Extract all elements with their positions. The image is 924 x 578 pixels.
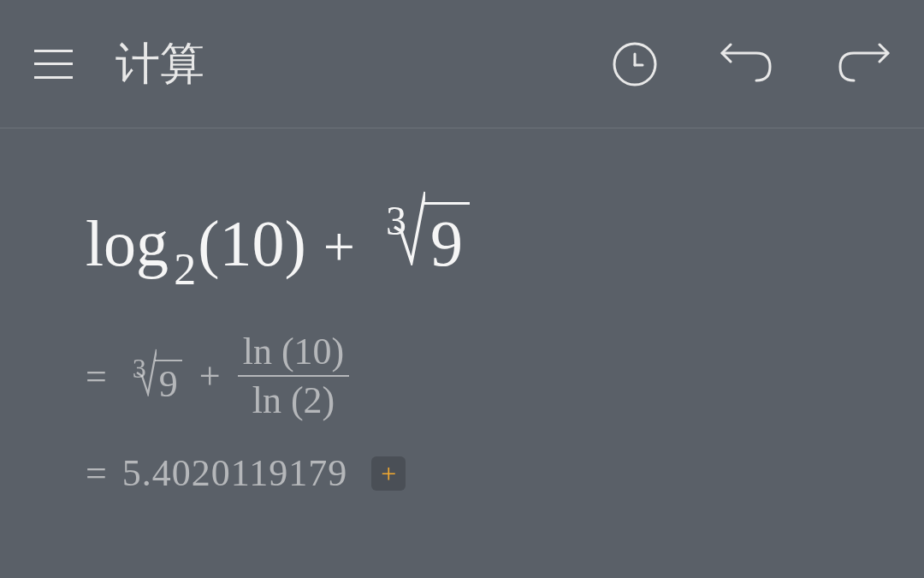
radicand: 9	[424, 202, 470, 281]
log-label: log	[86, 206, 169, 281]
radical-icon	[393, 188, 425, 265]
undo-icon[interactable]	[719, 43, 775, 86]
equals-sign: =	[86, 451, 107, 495]
simplification-step: = 3 9 + ln (10) ln (2)	[86, 328, 838, 424]
plus-icon: +	[381, 460, 396, 487]
cube-root-term: 3 9	[372, 188, 470, 281]
page-title: 计算	[116, 34, 204, 94]
denominator: ln (2)	[247, 377, 341, 424]
expand-button[interactable]: +	[371, 456, 406, 491]
header-actions	[611, 40, 891, 88]
calculation-area: log 2 (10) + 3 9 = 3 9 + ln (10) ln (2)	[0, 128, 924, 529]
menu-icon[interactable]	[34, 50, 73, 79]
plus-operator: +	[323, 214, 355, 279]
app-header: 计算	[0, 0, 924, 128]
step-radicand: 9	[155, 360, 182, 406]
fraction-term: ln (10) ln (2)	[238, 328, 350, 424]
result-line: = 5.4020119179 +	[86, 451, 838, 495]
log-argument: (10)	[198, 206, 306, 281]
numerator: ln (10)	[238, 328, 350, 375]
step-cube-root: 3 9	[122, 347, 182, 406]
history-icon[interactable]	[611, 40, 659, 88]
step-root-index: 3	[133, 353, 146, 384]
input-expression[interactable]: log 2 (10) + 3 9	[86, 188, 838, 281]
log-base: 2	[174, 244, 196, 295]
step-plus: +	[199, 355, 221, 398]
redo-icon[interactable]	[835, 43, 891, 86]
equals-sign: =	[86, 355, 107, 398]
result-value: 5.4020119179	[122, 451, 347, 495]
log-term: log 2 (10)	[86, 206, 306, 281]
